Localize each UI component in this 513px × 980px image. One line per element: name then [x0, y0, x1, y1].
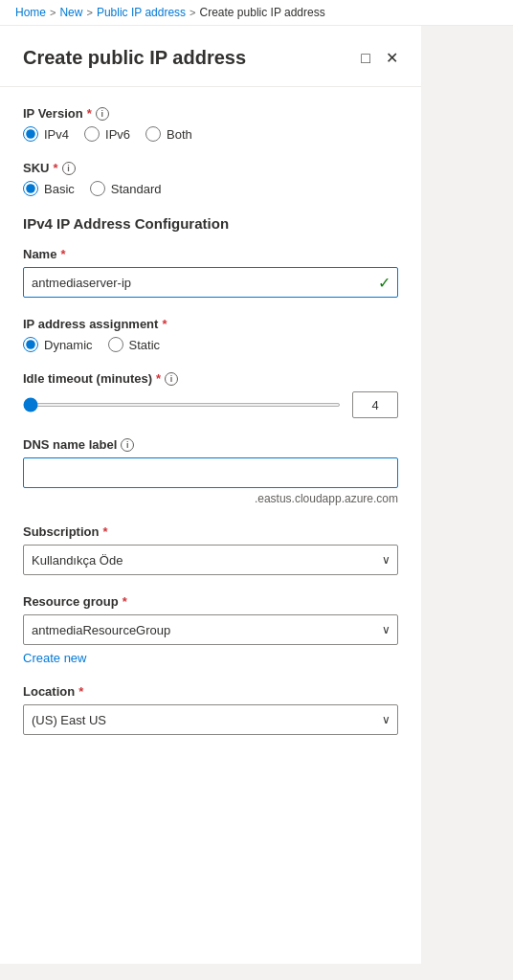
name-input-wrapper: ✓	[23, 267, 398, 298]
sku-label: SKU * i	[23, 161, 398, 175]
breadcrumb: Home > New > Public IP address > Create …	[0, 0, 513, 26]
sku-group: SKU * i Basic Standard	[23, 161, 398, 196]
dns-label-label: DNS name label i	[23, 437, 398, 452]
idle-timeout-info-icon[interactable]: i	[165, 372, 178, 386]
breadcrumb-sep-3: >	[190, 7, 195, 18]
resource-group-label: Resource group *	[23, 594, 398, 609]
sku-basic-radio[interactable]	[23, 181, 38, 196]
subscription-group: Subscription * Kullandıkça Öde ∨	[23, 524, 398, 575]
subscription-required: *	[102, 524, 107, 539]
ip-version-ipv6[interactable]: IPv6	[84, 126, 130, 142]
ip-version-ipv6-label: IPv6	[105, 127, 130, 142]
sku-basic[interactable]: Basic	[23, 181, 75, 196]
sku-options: Basic Standard	[23, 181, 398, 196]
header-icons: □ ✕	[357, 45, 402, 71]
close-button[interactable]: ✕	[382, 45, 402, 71]
breadcrumb-current: Create public IP address	[200, 6, 325, 19]
idle-timeout-slider[interactable]	[23, 403, 341, 407]
sku-standard-radio[interactable]	[90, 181, 105, 196]
breadcrumb-public-ip[interactable]: Public IP address	[97, 6, 186, 19]
name-group: Name * ✓	[23, 247, 398, 298]
ip-version-both-label: Both	[167, 127, 192, 142]
ip-assignment-options: Dynamic Static	[23, 337, 398, 352]
dns-label-group: DNS name label i .eastus.cloudapp.azure.…	[23, 437, 398, 505]
breadcrumb-home[interactable]: Home	[15, 6, 46, 19]
breadcrumb-sep-2: >	[86, 7, 92, 18]
idle-timeout-value: 4	[352, 391, 398, 418]
dns-label-info-icon[interactable]: i	[121, 438, 134, 452]
sku-standard-label: Standard	[111, 182, 162, 196]
ip-assignment-label: IP address assignment *	[23, 317, 398, 331]
name-required: *	[60, 247, 65, 261]
ip-version-options: IPv4 IPv6 Both	[23, 126, 398, 142]
subscription-select[interactable]: Kullandıkça Öde	[23, 545, 398, 575]
ip-assignment-static[interactable]: Static	[108, 337, 161, 352]
sku-info-icon[interactable]: i	[62, 162, 76, 175]
config-section-heading: IPv4 IP Address Configuration	[23, 215, 398, 232]
maximize-button[interactable]: □	[357, 46, 374, 71]
ip-version-group: IP Version * i IPv4 IPv6 Both	[23, 106, 398, 142]
subscription-select-wrapper: Kullandıkça Öde ∨	[23, 545, 398, 575]
location-select[interactable]: (US) East US	[23, 704, 398, 735]
idle-timeout-required: *	[156, 371, 161, 386]
ip-version-both-radio[interactable]	[145, 126, 161, 142]
ip-assignment-static-radio[interactable]	[108, 337, 123, 352]
subscription-label: Subscription *	[23, 524, 398, 539]
ip-version-required: *	[87, 106, 92, 121]
idle-timeout-group: Idle timeout (minutes) * i 4	[23, 371, 398, 418]
ip-version-both[interactable]: Both	[145, 126, 192, 142]
resource-group-required: *	[123, 594, 127, 609]
location-select-wrapper: (US) East US ∨	[23, 704, 398, 735]
name-input[interactable]	[23, 267, 398, 298]
breadcrumb-sep-1: >	[50, 7, 56, 18]
name-check-icon: ✓	[378, 274, 390, 292]
page-title: Create public IP address	[23, 47, 246, 69]
idle-timeout-slider-container: 4	[23, 391, 398, 418]
resource-group-group: Resource group * antmediaResourceGroup ∨…	[23, 594, 398, 665]
name-label: Name *	[23, 247, 398, 261]
idle-timeout-label: Idle timeout (minutes) * i	[23, 371, 398, 386]
dns-name-input[interactable]	[23, 457, 398, 488]
dns-suffix: .eastus.cloudapp.azure.com	[23, 492, 398, 505]
sku-required: *	[53, 161, 57, 175]
location-required: *	[78, 684, 83, 699]
create-panel: Create public IP address □ ✕ IP Version …	[0, 26, 421, 964]
ip-assignment-dynamic-label: Dynamic	[44, 338, 93, 352]
ip-version-info-icon[interactable]: i	[96, 107, 109, 121]
sku-standard[interactable]: Standard	[90, 181, 162, 196]
ip-version-ipv4-label: IPv4	[44, 127, 69, 142]
ip-assignment-dynamic-radio[interactable]	[23, 337, 38, 352]
breadcrumb-new[interactable]: New	[59, 6, 82, 19]
ip-assignment-required: *	[162, 317, 167, 331]
location-label: Location *	[23, 684, 398, 699]
resource-group-select-wrapper: antmediaResourceGroup ∨	[23, 614, 398, 645]
panel-body: IP Version * i IPv4 IPv6 Both	[0, 87, 421, 735]
sku-basic-label: Basic	[44, 182, 75, 196]
ip-version-ipv6-radio[interactable]	[84, 126, 100, 142]
resource-group-select[interactable]: antmediaResourceGroup	[23, 614, 398, 645]
create-new-link[interactable]: Create new	[23, 651, 86, 665]
panel-header: Create public IP address □ ✕	[0, 26, 421, 87]
ip-version-label: IP Version * i	[23, 106, 398, 121]
ip-version-ipv4[interactable]: IPv4	[23, 126, 69, 142]
ip-assignment-dynamic[interactable]: Dynamic	[23, 337, 93, 352]
ip-assignment-group: IP address assignment * Dynamic Static	[23, 317, 398, 352]
location-group: Location * (US) East US ∨	[23, 684, 398, 735]
ip-version-ipv4-radio[interactable]	[23, 126, 38, 142]
ip-assignment-static-label: Static	[129, 338, 161, 352]
